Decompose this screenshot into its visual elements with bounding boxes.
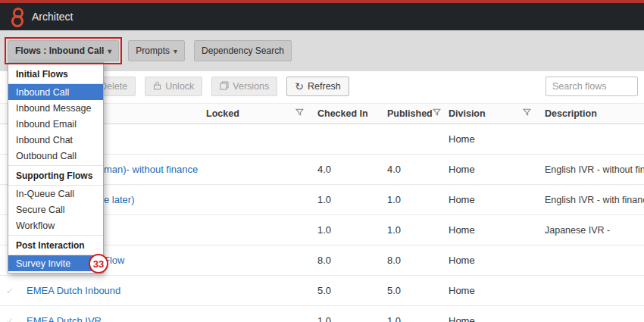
description-cell: Japanese IVR -	[542, 225, 644, 236]
flow-name-link[interactable]: Flow	[104, 255, 124, 266]
dropdown-item-inbound-message[interactable]: Inbound Message	[8, 100, 103, 116]
division-cell: Home	[445, 224, 542, 236]
published-cell: 5.0	[384, 285, 445, 296]
filter-icon[interactable]	[295, 108, 304, 119]
flow-name-link[interactable]: EMEA Dutch Inbound	[27, 285, 120, 296]
prompts-menu-label: Prompts	[136, 45, 170, 56]
delete-label: Delete	[100, 81, 127, 92]
check-icon: ✓	[0, 316, 20, 322]
dropdown-section-header-supporting-flows: Supporting Flows	[8, 165, 103, 186]
flows-menu-button[interactable]: Flows : Inbound Call ▾	[8, 40, 119, 61]
refresh-button[interactable]: ↻ Refresh	[286, 77, 349, 96]
checked-in-cell: 5.0	[314, 285, 384, 296]
division-cell: Home	[445, 255, 542, 266]
dropdown-item-secure-call[interactable]: Secure Call	[8, 202, 103, 217]
refresh-label: Refresh	[308, 81, 341, 92]
dropdown-item-in-queue-call[interactable]: In-Queue Call	[8, 186, 103, 202]
versions-button[interactable]: Versions	[211, 77, 277, 96]
description-cell: English IVR - with finance	[542, 195, 644, 205]
flow-name-cell: EMEA Dutch Inbound	[20, 285, 203, 296]
table-row[interactable]: ✓EMEA Dutch Inbound5.05.0Home	[0, 276, 644, 306]
unlock-label: Unlock	[165, 81, 194, 92]
versions-label: Versions	[233, 81, 269, 92]
column-label-published: Published	[387, 108, 433, 119]
division-cell: Home	[445, 315, 542, 322]
division-cell: Home	[445, 194, 542, 205]
versions-icon	[220, 81, 229, 92]
prompts-menu-button[interactable]: Prompts ▾	[128, 40, 185, 61]
column-header-division: Division	[445, 108, 542, 119]
description-cell: English IVR - without finan	[542, 164, 644, 175]
refresh-icon: ↻	[295, 81, 304, 92]
column-header-published: Published	[384, 108, 445, 119]
unlock-button[interactable]: Unlock	[145, 77, 202, 96]
division-cell: Home	[445, 164, 542, 175]
checked-in-cell: 1.0	[314, 194, 384, 205]
column-header-checked-in: Checked In	[314, 108, 384, 119]
flow-name-link[interactable]: e later)	[104, 194, 134, 205]
checked-in-cell: 1.0	[314, 224, 384, 236]
flow-name-cell: EMEA Dutch IVR	[20, 315, 203, 322]
filter-icon[interactable]	[433, 108, 441, 119]
dropdown-item-inbound-call[interactable]: Inbound Call	[8, 84, 103, 100]
published-cell: 4.0	[384, 164, 445, 175]
dropdown-item-outbound-call[interactable]: Outbound Call	[8, 148, 103, 164]
check-icon: ✓	[0, 286, 20, 296]
flows-menu-label: Flows : Inbound Call	[15, 45, 104, 56]
dropdown-item-inbound-email[interactable]: Inbound Email	[8, 116, 103, 132]
column-header-locked: Locked	[203, 108, 314, 119]
app-title: Architect	[32, 11, 73, 23]
chevron-down-icon: ▾	[108, 47, 111, 55]
lock-icon	[153, 81, 161, 92]
table-row[interactable]: ✓EMEA Dutch IVR1.01.0Home	[0, 306, 644, 322]
dropdown-item-survey-invite[interactable]: Survey Invite	[8, 255, 103, 271]
dropdown-section-header-post-interaction: Post Interaction	[8, 235, 103, 255]
column-header-description: Description	[542, 108, 644, 119]
published-cell: 8.0	[384, 255, 445, 266]
flows-dropdown: Initial FlowsInbound CallInbound Message…	[8, 62, 104, 274]
app-header: Architect	[0, 3, 644, 30]
dropdown-item-workflow[interactable]: Workflow	[8, 217, 103, 233]
dependency-search-label: Dependency Search	[202, 45, 284, 56]
dependency-search-button[interactable]: Dependency Search	[194, 40, 292, 61]
published-cell: 1.0	[384, 315, 445, 322]
filter-icon[interactable]	[523, 108, 531, 119]
column-label-description: Description	[545, 108, 597, 119]
column-label-locked: Locked	[206, 108, 239, 119]
dropdown-section-header-initial-flows: Initial Flows	[8, 64, 103, 84]
published-cell: 1.0	[384, 194, 445, 205]
chevron-down-icon: ▾	[174, 47, 177, 55]
flow-name-link[interactable]: EMEA Dutch IVR	[27, 315, 102, 322]
action-buttons: Delete Unlock Versions ↻ Refresh	[79, 77, 349, 96]
genesys-logo-icon	[9, 7, 24, 27]
checked-in-cell: 8.0	[314, 255, 384, 266]
column-label-division: Division	[449, 108, 486, 119]
architect-app: Architect Flows : Inbound Call ▾ Prompts…	[0, 0, 644, 322]
flow-name-link[interactable]: man)- without finance	[104, 164, 198, 175]
checked-in-cell: 4.0	[314, 164, 384, 175]
division-cell: Home	[445, 133, 542, 145]
checked-in-cell: 1.0	[314, 315, 384, 322]
column-label-checked-in: Checked In	[317, 108, 368, 119]
search-flows-input[interactable]	[546, 77, 638, 96]
published-cell: 1.0	[384, 224, 445, 236]
dropdown-item-inbound-chat[interactable]: Inbound Chat	[8, 132, 103, 148]
division-cell: Home	[445, 285, 542, 296]
